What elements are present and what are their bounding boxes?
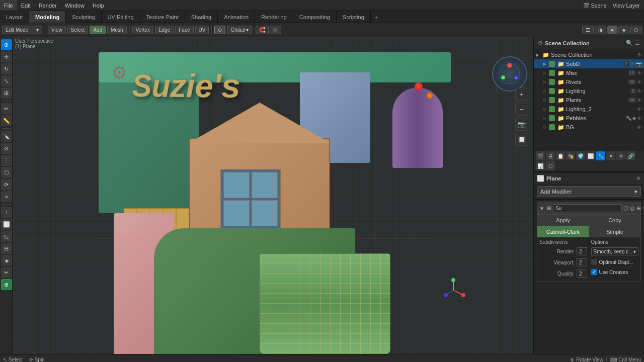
prop-close-btn[interactable]: ✕ (636, 175, 641, 182)
particles-properties-tab[interactable]: ✦ (606, 151, 615, 160)
select-tool-indicator[interactable]: ↖ Select (3, 357, 23, 362)
checkbox-icon[interactable] (549, 88, 555, 94)
render-menu[interactable]: Render (35, 0, 61, 11)
extrude-tool[interactable]: ↑ (1, 207, 12, 218)
transform-origin-btn[interactable]: ⊙ (214, 26, 225, 34)
uv-btn[interactable]: UV (195, 26, 209, 34)
transform-space-btn[interactable]: Global▾ (227, 26, 252, 34)
output-properties-tab[interactable]: 🖨 (546, 151, 555, 160)
render-value-field[interactable]: 2 (577, 247, 587, 255)
optimal-disp-checkbox[interactable] (591, 259, 597, 265)
viewport-zoom-in[interactable]: + (515, 87, 528, 101)
proportional-btn[interactable]: ◎ (270, 26, 281, 34)
smooth-dropdown[interactable]: Smooth, keep c... ▾ (591, 247, 639, 255)
bisect-tool[interactable]: ⊘ (1, 143, 12, 154)
outliner-scene-collection[interactable]: ▶ 📁 Scene Collection 👁 (534, 50, 644, 59)
transform-tool[interactable]: ⊞ (1, 87, 12, 99)
view-btn[interactable]: View (48, 26, 66, 34)
visibility-icon[interactable]: 👁 (637, 88, 642, 94)
visibility-icon[interactable]: 👁 (637, 70, 642, 76)
visibility-icon[interactable]: 👁 (630, 61, 635, 67)
modifier-expand-btn[interactable]: ▼ (539, 206, 544, 211)
constraints-properties-tab[interactable]: 🔗 (626, 151, 635, 160)
viewport-value-field[interactable]: 2 (577, 258, 587, 266)
copy-btn[interactable]: Copy (589, 215, 640, 226)
tab-uv-editing[interactable]: UV Editing (102, 11, 140, 23)
material-btn[interactable]: ◈ (618, 26, 629, 34)
add-workspace-btn[interactable]: + (371, 14, 382, 20)
measure-tool[interactable]: 📏 (1, 115, 12, 126)
xray-btn[interactable]: ◑ (595, 26, 606, 34)
physics-properties-tab[interactable]: ⚛ (616, 151, 625, 160)
scale-tool[interactable]: ⤡ (1, 75, 12, 86)
outliner-item-misc[interactable]: ▷ 📁 Misc 10 👁 (534, 68, 644, 77)
tab-sculpting[interactable]: Sculpting (66, 11, 101, 23)
knife-tool[interactable]: 🔪 (1, 131, 12, 142)
checkbox-icon[interactable] (549, 124, 555, 130)
checkbox-icon[interactable] (549, 61, 555, 67)
checkbox-icon[interactable] (549, 115, 555, 121)
mod-icon-2[interactable]: ◎ (630, 205, 635, 212)
outliner-item-bg[interactable]: ▷ 📁 BG 👁 (534, 123, 644, 132)
modifier-vis-realtime-btn[interactable]: 🖥 (546, 205, 551, 211)
tab-compositing[interactable]: Compositing (293, 11, 337, 23)
scene-properties-tab[interactable]: 🎭 (566, 151, 575, 160)
visibility-icon[interactable]: 👁 (637, 52, 642, 58)
catmull-clark-btn[interactable]: Catmull-Clark (537, 226, 589, 237)
checkbox-icon[interactable] (549, 97, 555, 103)
search-icon[interactable]: 🔍 (626, 40, 633, 46)
edit-menu[interactable]: Edit (17, 0, 35, 11)
add-btn[interactable]: Add (90, 26, 106, 34)
face-btn[interactable]: Face (175, 26, 193, 34)
apply-btn[interactable]: Apply (537, 215, 589, 226)
filter-icon[interactable]: ⚙ (538, 40, 543, 46)
rip-tool[interactable]: ✂ (1, 267, 12, 278)
spin-tool[interactable]: ⟳ (1, 179, 12, 190)
snap-btn[interactable]: 🧲 (256, 26, 269, 34)
simple-btn[interactable]: Simple (589, 226, 640, 237)
tab-texture-paint[interactable]: Texture Paint (140, 11, 185, 23)
select-btn[interactable]: Select (67, 26, 89, 34)
outliner-item-plants[interactable]: ▷ 📁 Plants 44 👁 (534, 96, 644, 105)
visibility-icon[interactable]: 👁 (637, 116, 642, 121)
tab-modeling[interactable]: Modeling (29, 11, 66, 23)
mod-icon-3[interactable]: ⊕ (636, 205, 641, 212)
modifier-name-field[interactable] (553, 204, 622, 212)
cursor-tool[interactable]: ⊕ (1, 39, 12, 50)
render-preview-btn[interactable]: ⬡ (630, 26, 642, 34)
checkbox-icon[interactable] (549, 79, 555, 85)
material-properties-tab[interactable]: ⬡ (546, 161, 555, 170)
rotate-view-indicator[interactable]: 🖱 Rotate View (570, 357, 603, 362)
overlay-btn[interactable]: ☰ (582, 26, 594, 34)
help-menu[interactable]: Help (89, 0, 108, 11)
edge-btn[interactable]: Edge (155, 26, 174, 34)
viewport-zoom-out[interactable]: − (515, 103, 528, 116)
visibility-icon[interactable]: 👁 (637, 98, 642, 103)
loop-cut-tool-2[interactable]: ⊟ (1, 243, 12, 254)
modifier-properties-tab[interactable]: 🔧 (596, 151, 605, 160)
quality-value-field[interactable]: 2 (577, 269, 587, 278)
window-menu[interactable]: Window (61, 0, 89, 11)
outliner-item-lighting[interactable]: ▷ 📁 Lighting 5 👁 (534, 86, 644, 96)
inset-tool[interactable]: ⬜ (1, 219, 12, 230)
bevel-tool[interactable]: ◺ (1, 231, 12, 242)
filter-collection-icon[interactable]: ☰ (635, 40, 640, 46)
viewport-camera[interactable]: 📷 (515, 118, 528, 131)
viewport-collection[interactable]: 🔲 (515, 133, 528, 146)
grab-tool[interactable]: ⊕ (1, 279, 12, 290)
mode-selector[interactable]: Edit Mode▾ (2, 26, 42, 34)
tab-animation[interactable]: Animation (218, 11, 255, 23)
render-properties-tab[interactable]: 🎬 (536, 151, 545, 160)
tab-layout[interactable]: Layout (0, 11, 29, 23)
mesh-btn[interactable]: Mesh (107, 26, 126, 34)
spin-tool-indicator[interactable]: ⟳ Spin (29, 357, 45, 362)
poly-build-tool[interactable]: ⬡ (1, 167, 12, 178)
visibility-icon[interactable]: 👁 (637, 107, 642, 112)
file-menu[interactable]: File (0, 0, 17, 11)
outliner-item-lighting2[interactable]: ▷ 📁 Lighting_2 👁 (534, 105, 644, 114)
tab-rendering[interactable]: Rendering (255, 11, 293, 23)
rotate-tool[interactable]: ↻ (1, 63, 12, 74)
outliner-item-subd[interactable]: ▶ 📁 SubD 2 👁 📷 (534, 59, 644, 68)
mod-icon-1[interactable]: ⬡ (623, 205, 628, 212)
merge-tool[interactable]: ◈ (1, 255, 12, 266)
